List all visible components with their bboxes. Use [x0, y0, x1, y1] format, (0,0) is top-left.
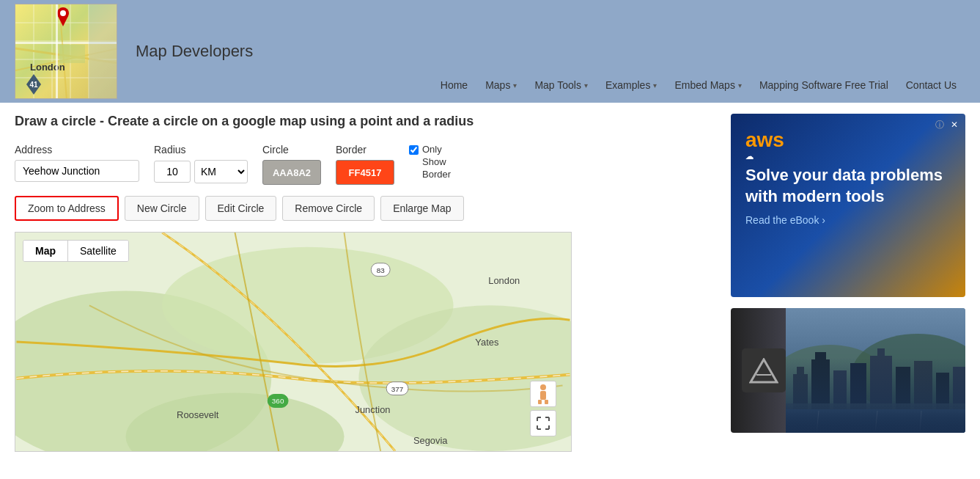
map-svg: 83 377 360 London Yates Roosevelt Juncti…: [15, 233, 571, 451]
nav-maps-label: Maps: [485, 79, 510, 91]
svg-marker-15: [58, 16, 68, 26]
action-buttons: Zoom to Address New Circle Edit Circle R…: [15, 196, 716, 221]
svg-rect-35: [538, 400, 542, 404]
svg-rect-45: [815, 352, 826, 361]
nav-maps-arrow: ▾: [513, 81, 517, 89]
svg-line-58: [920, 411, 921, 433]
chicago-label: London: [30, 62, 65, 73]
border-color-group: Border FF4517: [336, 144, 394, 185]
circle-color-group: Circle AAA8A2: [262, 144, 321, 185]
svg-text:83: 83: [377, 266, 386, 274]
svg-text:Roosevelt: Roosevelt: [177, 409, 219, 420]
svg-text:377: 377: [391, 385, 404, 393]
svg-rect-12: [59, 45, 85, 63]
ad-close-button[interactable]: ✕: [947, 117, 962, 132]
nav-map-tools-arrow: ▾: [584, 81, 588, 89]
controls-row: Address Radius KM Miles Feet Meters: [15, 144, 716, 185]
nav-map-tools[interactable]: Map Tools ▾: [526, 75, 597, 95]
new-circle-button[interactable]: New Circle: [125, 196, 199, 221]
only-border-group: OnlyShowBorder: [409, 144, 451, 181]
map-area[interactable]: 83 377 360 London Yates Roosevelt Juncti…: [15, 232, 572, 452]
radius-input[interactable]: [154, 161, 191, 183]
chicago-map-thumbnail: London 41: [15, 4, 117, 99]
svg-text:41: 41: [29, 81, 38, 89]
right-sidebar: ⓘ ✕ aws ☁ Solve your data problems with …: [731, 114, 965, 452]
person-icon: [536, 384, 550, 404]
svg-text:Junction: Junction: [355, 404, 390, 415]
expand-icon: [537, 417, 550, 430]
svg-text:360: 360: [272, 397, 284, 405]
edit-circle-button[interactable]: Edit Circle: [205, 196, 277, 221]
nav-home[interactable]: Home: [432, 75, 476, 95]
svg-rect-39: [786, 308, 965, 433]
zoom-to-address-button[interactable]: Zoom to Address: [15, 196, 119, 221]
address-input[interactable]: [15, 160, 139, 182]
circle-color-label: Circle: [262, 144, 321, 156]
svg-text:London: London: [488, 275, 520, 286]
street-view-button[interactable]: [530, 381, 556, 407]
svg-rect-47: [850, 363, 866, 418]
main-nav: Home Maps ▾ Map Tools ▾ Examples ▾ Embed…: [432, 0, 965, 103]
ad2-logo: [742, 348, 786, 392]
header: London 41 Map Developers Home Maps ▾ Map…: [0, 0, 980, 103]
circle-color-swatch[interactable]: AAA8A2: [262, 160, 321, 185]
svg-rect-43: [797, 367, 804, 376]
svg-rect-52: [936, 373, 949, 418]
city-skyline-svg: [786, 308, 965, 433]
page-title: Draw a circle - Create a circle on a goo…: [15, 114, 716, 129]
border-color-swatch[interactable]: FF4517: [336, 160, 394, 185]
svg-point-14: [60, 10, 66, 16]
svg-rect-44: [811, 359, 830, 418]
only-border-checkbox[interactable]: [409, 145, 419, 155]
aws-ad: ⓘ ✕ aws ☁ Solve your data problems with …: [731, 114, 965, 297]
svg-line-56: [817, 411, 819, 433]
aws-cta[interactable]: Read the eBook ›: [745, 214, 951, 226]
svg-rect-55: [786, 409, 965, 433]
brand-title: Map Developers: [136, 42, 253, 61]
aws-tagline-small: ☁: [745, 152, 951, 161]
svg-rect-48: [870, 356, 892, 418]
main-content: Draw a circle - Create a circle on a goo…: [0, 103, 980, 463]
svg-rect-34: [540, 391, 546, 400]
nav-mapping-software[interactable]: Mapping Software Free Trial: [751, 75, 897, 95]
map-view-satellite-button[interactable]: Satellite: [68, 241, 128, 261]
svg-rect-36: [545, 400, 548, 404]
svg-rect-51: [914, 361, 932, 418]
svg-rect-50: [896, 367, 910, 418]
brand-name: Map Developers: [136, 42, 253, 61]
enlarge-map-button[interactable]: Enlarge Map: [380, 196, 463, 221]
second-ad: ⓘ ✕: [731, 308, 965, 433]
address-group: Address: [15, 144, 139, 182]
radius-label: Radius: [154, 144, 248, 156]
ad2-inner: [731, 308, 965, 433]
only-border-checkbox-row: OnlyShowBorder: [409, 144, 451, 181]
map-view-map-button[interactable]: Map: [23, 241, 68, 261]
radius-group: Radius KM Miles Feet Meters: [154, 144, 248, 183]
address-label: Address: [15, 144, 139, 156]
nav-map-tools-label: Map Tools: [534, 79, 581, 91]
expand-map-button[interactable]: [530, 410, 556, 436]
aws-logo: aws ☁: [745, 128, 951, 161]
aws-headline: Solve your data problems with modern too…: [745, 165, 951, 207]
svg-text:Yates: Yates: [475, 337, 498, 348]
nav-examples-arrow: ▾: [653, 81, 657, 89]
nav-embed-maps-arrow: ▾: [738, 81, 742, 89]
svg-rect-53: [953, 367, 965, 418]
left-panel: Draw a circle - Create a circle on a goo…: [15, 114, 716, 452]
svg-rect-49: [877, 348, 885, 357]
map-view-buttons: Map Satellite: [23, 240, 129, 262]
nav-embed-maps-label: Embed Maps: [674, 79, 734, 91]
nav-embed-maps[interactable]: Embed Maps ▾: [666, 75, 750, 95]
nav-contact-us[interactable]: Contact Us: [897, 75, 965, 95]
svg-rect-46: [833, 370, 847, 418]
svg-text:Segovia: Segovia: [413, 435, 448, 446]
nav-examples[interactable]: Examples ▾: [597, 75, 666, 95]
logo-area: London 41 Map Developers: [15, 4, 253, 99]
ad2-city-image: [786, 308, 965, 433]
svg-marker-37: [751, 359, 777, 382]
nav-maps[interactable]: Maps ▾: [476, 75, 526, 95]
ad-info-button[interactable]: ⓘ: [932, 117, 947, 132]
radius-unit-select[interactable]: KM Miles Feet Meters: [194, 160, 248, 183]
svg-point-33: [540, 384, 546, 390]
remove-circle-button[interactable]: Remove Circle: [282, 196, 375, 221]
